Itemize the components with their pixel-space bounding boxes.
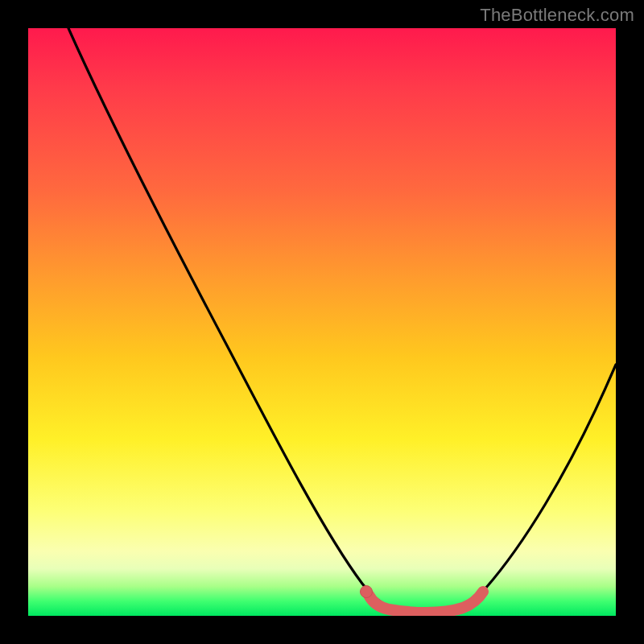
bottleneck-curve-svg: [28, 28, 616, 616]
chart-frame: TheBottleneck.com: [0, 0, 644, 644]
sweet-spot-band: [369, 592, 483, 613]
plot-area: [28, 28, 616, 616]
sweet-spot-start-dot: [361, 586, 373, 598]
bottleneck-curve: [68, 28, 616, 611]
watermark-text: TheBottleneck.com: [480, 5, 634, 26]
